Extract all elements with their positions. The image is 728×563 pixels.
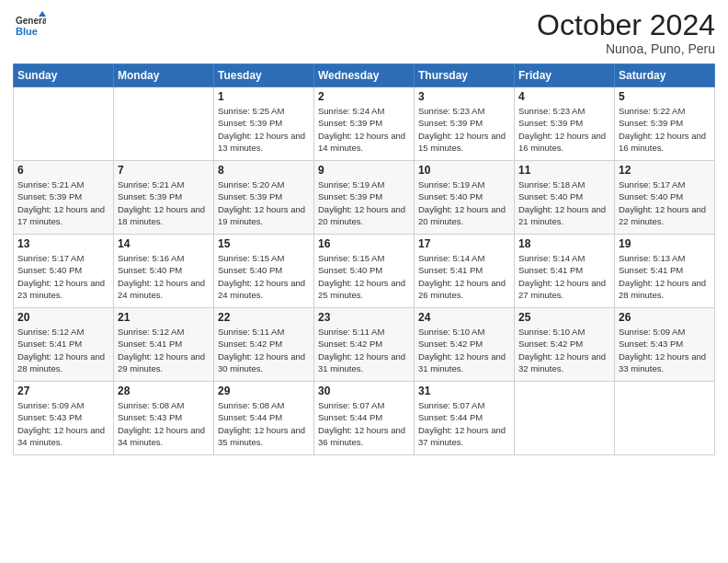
calendar-cell: 4Sunrise: 5:23 AM Sunset: 5:39 PM Daylig… xyxy=(515,87,615,161)
day-info: Sunrise: 5:14 AM Sunset: 5:41 PM Dayligh… xyxy=(418,252,510,301)
day-info: Sunrise: 5:18 AM Sunset: 5:40 PM Dayligh… xyxy=(518,178,610,227)
calendar-cell xyxy=(615,382,715,455)
calendar-cell: 2Sunrise: 5:24 AM Sunset: 5:39 PM Daylig… xyxy=(314,87,415,161)
day-number: 31 xyxy=(418,385,510,397)
day-number: 10 xyxy=(418,164,510,177)
calendar-cell: 24Sunrise: 5:10 AM Sunset: 5:42 PM Dayli… xyxy=(415,308,515,382)
header-sunday: Sunday xyxy=(14,64,114,87)
day-number: 21 xyxy=(118,311,210,324)
calendar-cell: 29Sunrise: 5:08 AM Sunset: 5:44 PM Dayli… xyxy=(214,382,314,455)
calendar-week-row: 13Sunrise: 5:17 AM Sunset: 5:40 PM Dayli… xyxy=(14,235,715,308)
day-number: 4 xyxy=(518,90,610,103)
calendar-cell: 8Sunrise: 5:20 AM Sunset: 5:39 PM Daylig… xyxy=(214,161,314,235)
day-number: 20 xyxy=(17,311,109,324)
calendar-cell xyxy=(14,87,114,161)
calendar-cell: 23Sunrise: 5:11 AM Sunset: 5:42 PM Dayli… xyxy=(314,308,415,382)
calendar-cell: 22Sunrise: 5:11 AM Sunset: 5:42 PM Dayli… xyxy=(214,308,314,382)
day-number: 22 xyxy=(218,311,310,324)
day-info: Sunrise: 5:16 AM Sunset: 5:40 PM Dayligh… xyxy=(118,252,210,301)
day-number: 9 xyxy=(318,164,410,177)
header-friday: Friday xyxy=(515,64,615,87)
month-title: October 2024 xyxy=(537,9,715,41)
calendar-cell: 19Sunrise: 5:13 AM Sunset: 5:41 PM Dayli… xyxy=(615,235,715,308)
svg-text:Blue: Blue xyxy=(16,26,38,37)
day-number: 12 xyxy=(619,164,711,177)
calendar-cell: 16Sunrise: 5:15 AM Sunset: 5:40 PM Dayli… xyxy=(314,235,415,308)
calendar-cell: 17Sunrise: 5:14 AM Sunset: 5:41 PM Dayli… xyxy=(415,235,515,308)
day-info: Sunrise: 5:25 AM Sunset: 5:39 PM Dayligh… xyxy=(218,105,310,154)
calendar-cell: 3Sunrise: 5:23 AM Sunset: 5:39 PM Daylig… xyxy=(415,87,515,161)
location-subtitle: Nunoa, Puno, Peru xyxy=(537,41,715,56)
day-info: Sunrise: 5:17 AM Sunset: 5:40 PM Dayligh… xyxy=(619,178,711,227)
day-info: Sunrise: 5:23 AM Sunset: 5:39 PM Dayligh… xyxy=(518,105,610,154)
day-number: 24 xyxy=(418,311,510,324)
day-info: Sunrise: 5:09 AM Sunset: 5:43 PM Dayligh… xyxy=(17,399,109,448)
day-number: 5 xyxy=(619,90,711,103)
calendar-cell: 31Sunrise: 5:07 AM Sunset: 5:44 PM Dayli… xyxy=(415,382,515,455)
day-info: Sunrise: 5:17 AM Sunset: 5:40 PM Dayligh… xyxy=(17,252,109,301)
calendar-cell: 27Sunrise: 5:09 AM Sunset: 5:43 PM Dayli… xyxy=(14,382,114,455)
day-number: 26 xyxy=(619,311,711,324)
page: General Blue October 2024 Nunoa, Puno, P… xyxy=(0,0,728,563)
day-number: 29 xyxy=(218,385,310,397)
day-info: Sunrise: 5:07 AM Sunset: 5:44 PM Dayligh… xyxy=(418,399,510,448)
logo: General Blue xyxy=(13,9,46,42)
day-info: Sunrise: 5:08 AM Sunset: 5:44 PM Dayligh… xyxy=(218,399,310,448)
calendar-week-row: 1Sunrise: 5:25 AM Sunset: 5:39 PM Daylig… xyxy=(14,87,715,161)
calendar-cell xyxy=(114,87,214,161)
day-info: Sunrise: 5:11 AM Sunset: 5:42 PM Dayligh… xyxy=(318,326,410,374)
day-number: 13 xyxy=(17,237,109,250)
day-number: 28 xyxy=(118,385,210,397)
day-info: Sunrise: 5:07 AM Sunset: 5:44 PM Dayligh… xyxy=(318,399,410,448)
calendar-cell: 15Sunrise: 5:15 AM Sunset: 5:40 PM Dayli… xyxy=(214,235,314,308)
day-info: Sunrise: 5:19 AM Sunset: 5:39 PM Dayligh… xyxy=(318,178,410,227)
calendar-cell: 26Sunrise: 5:09 AM Sunset: 5:43 PM Dayli… xyxy=(615,308,715,382)
day-number: 27 xyxy=(17,385,109,397)
calendar-cell: 14Sunrise: 5:16 AM Sunset: 5:40 PM Dayli… xyxy=(114,235,214,308)
day-number: 3 xyxy=(418,90,510,103)
day-number: 17 xyxy=(418,237,510,250)
day-number: 16 xyxy=(318,237,410,250)
day-number: 1 xyxy=(218,90,310,103)
calendar-cell: 1Sunrise: 5:25 AM Sunset: 5:39 PM Daylig… xyxy=(214,87,314,161)
calendar-cell: 10Sunrise: 5:19 AM Sunset: 5:40 PM Dayli… xyxy=(415,161,515,235)
day-info: Sunrise: 5:10 AM Sunset: 5:42 PM Dayligh… xyxy=(518,326,610,374)
calendar-cell: 12Sunrise: 5:17 AM Sunset: 5:40 PM Dayli… xyxy=(615,161,715,235)
day-number: 15 xyxy=(218,237,310,250)
header-tuesday: Tuesday xyxy=(214,64,314,87)
calendar-cell: 5Sunrise: 5:22 AM Sunset: 5:39 PM Daylig… xyxy=(615,87,715,161)
calendar-cell xyxy=(515,382,615,455)
day-number: 7 xyxy=(118,164,210,177)
day-number: 23 xyxy=(318,311,410,324)
header-monday: Monday xyxy=(114,64,214,87)
calendar-week-row: 20Sunrise: 5:12 AM Sunset: 5:41 PM Dayli… xyxy=(14,308,715,382)
calendar-cell: 28Sunrise: 5:08 AM Sunset: 5:43 PM Dayli… xyxy=(114,382,214,455)
title-block: October 2024 Nunoa, Puno, Peru xyxy=(537,9,715,56)
day-info: Sunrise: 5:13 AM Sunset: 5:41 PM Dayligh… xyxy=(619,252,711,301)
day-info: Sunrise: 5:12 AM Sunset: 5:41 PM Dayligh… xyxy=(118,326,210,374)
calendar-table: Sunday Monday Tuesday Wednesday Thursday… xyxy=(13,63,715,455)
header-wednesday: Wednesday xyxy=(314,64,415,87)
day-number: 6 xyxy=(17,164,109,177)
day-info: Sunrise: 5:23 AM Sunset: 5:39 PM Dayligh… xyxy=(418,105,510,154)
calendar-cell: 6Sunrise: 5:21 AM Sunset: 5:39 PM Daylig… xyxy=(14,161,114,235)
day-number: 25 xyxy=(518,311,610,324)
calendar-cell: 7Sunrise: 5:21 AM Sunset: 5:39 PM Daylig… xyxy=(114,161,214,235)
day-info: Sunrise: 5:21 AM Sunset: 5:39 PM Dayligh… xyxy=(17,178,109,227)
weekday-header-row: Sunday Monday Tuesday Wednesday Thursday… xyxy=(14,64,715,87)
calendar-cell: 30Sunrise: 5:07 AM Sunset: 5:44 PM Dayli… xyxy=(314,382,415,455)
day-info: Sunrise: 5:08 AM Sunset: 5:43 PM Dayligh… xyxy=(118,399,210,448)
day-number: 8 xyxy=(218,164,310,177)
day-number: 11 xyxy=(518,164,610,177)
day-number: 14 xyxy=(118,237,210,250)
day-number: 19 xyxy=(619,237,711,250)
day-number: 2 xyxy=(318,90,410,103)
logo-icon: General Blue xyxy=(13,9,46,42)
day-info: Sunrise: 5:22 AM Sunset: 5:39 PM Dayligh… xyxy=(619,105,711,154)
calendar-cell: 9Sunrise: 5:19 AM Sunset: 5:39 PM Daylig… xyxy=(314,161,415,235)
calendar-cell: 25Sunrise: 5:10 AM Sunset: 5:42 PM Dayli… xyxy=(515,308,615,382)
day-info: Sunrise: 5:24 AM Sunset: 5:39 PM Dayligh… xyxy=(318,105,410,154)
day-info: Sunrise: 5:10 AM Sunset: 5:42 PM Dayligh… xyxy=(418,326,510,374)
day-number: 30 xyxy=(318,385,410,397)
calendar-cell: 20Sunrise: 5:12 AM Sunset: 5:41 PM Dayli… xyxy=(14,308,114,382)
